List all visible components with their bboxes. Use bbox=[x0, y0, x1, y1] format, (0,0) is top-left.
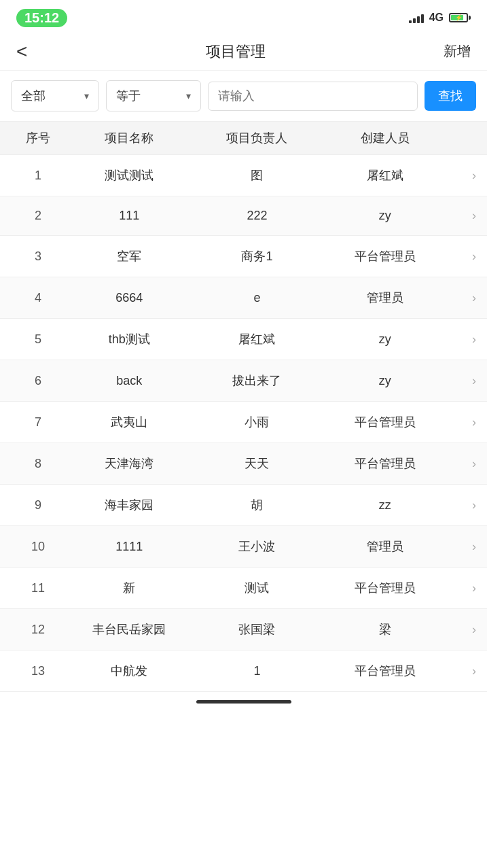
cell-creator: 平台管理员 bbox=[321, 663, 449, 679]
cell-name: 6664 bbox=[65, 291, 193, 305]
cell-id: 5 bbox=[11, 332, 65, 347]
cell-manager: 张国梁 bbox=[193, 621, 321, 638]
cell-name: back bbox=[65, 374, 193, 388]
search-button[interactable]: 查找 bbox=[425, 81, 476, 111]
nav-bar: < 项目管理 新增 bbox=[0, 33, 487, 71]
table-row[interactable]: 10 1111 王小波 管理员 › bbox=[0, 526, 487, 568]
battery-icon: ⚡ bbox=[449, 13, 471, 22]
cell-manager: 胡 bbox=[193, 497, 321, 513]
cell-name: 新 bbox=[65, 580, 193, 596]
row-chevron-icon[interactable]: › bbox=[449, 581, 476, 595]
cell-manager: 天天 bbox=[193, 455, 321, 472]
cell-id: 9 bbox=[11, 498, 65, 513]
row-chevron-icon[interactable]: › bbox=[449, 332, 476, 347]
signal-icon bbox=[409, 12, 424, 23]
row-chevron-icon[interactable]: › bbox=[449, 415, 476, 430]
row-chevron-icon[interactable]: › bbox=[449, 457, 476, 471]
table-body: 1 测试测试 图 屠红斌 › 2 111 222 zy › 3 空军 商务1 平… bbox=[0, 155, 487, 692]
table-row[interactable]: 9 海丰家园 胡 zz › bbox=[0, 485, 487, 526]
cell-manager: 屠红斌 bbox=[193, 331, 321, 347]
chevron-down-icon: ▾ bbox=[84, 90, 89, 101]
cell-id: 6 bbox=[11, 374, 65, 388]
cell-name: 丰台民岳家园 bbox=[65, 621, 193, 638]
home-bar bbox=[196, 700, 291, 704]
cell-manager: 222 bbox=[193, 209, 321, 223]
cell-creator: 平台管理员 bbox=[321, 414, 449, 430]
cell-id: 4 bbox=[11, 291, 65, 305]
table-row[interactable]: 7 武夷山 小雨 平台管理员 › bbox=[0, 402, 487, 443]
col-header-id: 序号 bbox=[11, 130, 65, 146]
cell-creator: zy bbox=[321, 374, 449, 388]
cell-creator: zy bbox=[321, 209, 449, 223]
cell-creator: 屠红斌 bbox=[321, 167, 449, 184]
cell-id: 3 bbox=[11, 249, 65, 264]
row-chevron-icon[interactable]: › bbox=[449, 374, 476, 388]
row-chevron-icon[interactable]: › bbox=[449, 540, 476, 554]
cell-id: 10 bbox=[11, 540, 65, 554]
table-row[interactable]: 13 中航发 1 平台管理员 › bbox=[0, 650, 487, 692]
col-header-action bbox=[449, 130, 476, 146]
table-row[interactable]: 12 丰台民岳家园 张国梁 梁 › bbox=[0, 609, 487, 650]
filter-category-select[interactable]: 全部 ▾ bbox=[11, 80, 99, 111]
filter-operator-value: 等于 bbox=[116, 88, 141, 104]
cell-creator: zz bbox=[321, 498, 449, 513]
cell-name: 武夷山 bbox=[65, 414, 193, 430]
cell-id: 2 bbox=[11, 209, 65, 223]
page-title: 项目管理 bbox=[206, 41, 266, 62]
cell-manager: 图 bbox=[193, 167, 321, 184]
status-bar: 15:12 4G ⚡ bbox=[0, 0, 487, 33]
table-row[interactable]: 3 空军 商务1 平台管理员 › bbox=[0, 236, 487, 277]
network-label: 4G bbox=[429, 12, 444, 24]
cell-creator: 梁 bbox=[321, 621, 449, 638]
row-chevron-icon[interactable]: › bbox=[449, 498, 476, 513]
table-row[interactable]: 11 新 测试 平台管理员 › bbox=[0, 568, 487, 609]
cell-id: 7 bbox=[11, 415, 65, 430]
table-row[interactable]: 8 天津海湾 天天 平台管理员 › bbox=[0, 443, 487, 485]
add-button[interactable]: 新增 bbox=[444, 42, 471, 60]
row-chevron-icon[interactable]: › bbox=[449, 209, 476, 223]
row-chevron-icon[interactable]: › bbox=[449, 664, 476, 678]
cell-manager: 商务1 bbox=[193, 248, 321, 264]
cell-name: 空军 bbox=[65, 248, 193, 264]
cell-id: 1 bbox=[11, 169, 65, 183]
table-row[interactable]: 1 测试测试 图 屠红斌 › bbox=[0, 155, 487, 196]
row-chevron-icon[interactable]: › bbox=[449, 169, 476, 183]
cell-manager: 测试 bbox=[193, 580, 321, 596]
filter-category-value: 全部 bbox=[21, 88, 46, 104]
cell-name: 天津海湾 bbox=[65, 455, 193, 472]
table-row[interactable]: 4 6664 e 管理员 › bbox=[0, 277, 487, 319]
cell-id: 12 bbox=[11, 623, 65, 637]
cell-id: 11 bbox=[11, 581, 65, 595]
status-time: 15:12 bbox=[16, 9, 67, 27]
row-chevron-icon[interactable]: › bbox=[449, 623, 476, 637]
filter-bar: 全部 ▾ 等于 ▾ 查找 bbox=[0, 71, 487, 121]
cell-manager: 王小波 bbox=[193, 538, 321, 555]
back-button[interactable]: < bbox=[16, 41, 27, 63]
cell-creator: zy bbox=[321, 332, 449, 347]
cell-id: 8 bbox=[11, 457, 65, 471]
col-header-manager: 项目负责人 bbox=[193, 130, 321, 146]
cell-creator: 管理员 bbox=[321, 290, 449, 306]
cell-manager: 拔出来了 bbox=[193, 372, 321, 389]
table-row[interactable]: 2 111 222 zy › bbox=[0, 196, 487, 236]
filter-search-input[interactable] bbox=[208, 82, 418, 111]
table-row[interactable]: 5 thb测试 屠红斌 zy › bbox=[0, 319, 487, 360]
cell-manager: 1 bbox=[193, 664, 321, 678]
table-header: 序号 项目名称 项目负责人 创建人员 bbox=[0, 121, 487, 155]
status-right: 4G ⚡ bbox=[409, 12, 471, 24]
cell-name: 海丰家园 bbox=[65, 497, 193, 513]
row-chevron-icon[interactable]: › bbox=[449, 249, 476, 264]
row-chevron-icon[interactable]: › bbox=[449, 291, 476, 305]
filter-operator-select[interactable]: 等于 ▾ bbox=[106, 80, 201, 111]
cell-creator: 管理员 bbox=[321, 538, 449, 555]
cell-name: 1111 bbox=[65, 540, 193, 554]
cell-creator: 平台管理员 bbox=[321, 455, 449, 472]
chevron-down-icon-2: ▾ bbox=[186, 90, 191, 101]
cell-name: 测试测试 bbox=[65, 167, 193, 184]
cell-manager: 小雨 bbox=[193, 414, 321, 430]
home-indicator bbox=[0, 692, 487, 714]
cell-id: 13 bbox=[11, 664, 65, 678]
cell-name: 111 bbox=[65, 209, 193, 223]
table-row[interactable]: 6 back 拔出来了 zy › bbox=[0, 360, 487, 402]
cell-creator: 平台管理员 bbox=[321, 580, 449, 596]
